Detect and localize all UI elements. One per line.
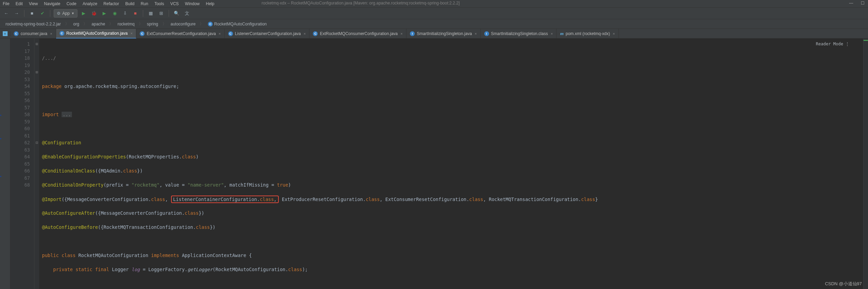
java-file-icon: I xyxy=(410,31,415,36)
editor-tabs: ≡ C consumer.java × C RocketMQAutoConfig… xyxy=(0,29,868,38)
window-title: rocketmq-xdx – RocketMQAutoConfiguration… xyxy=(262,1,460,5)
coverage-button[interactable]: ▶ xyxy=(100,9,108,18)
close-icon[interactable]: × xyxy=(130,31,133,35)
chevron-right-icon: 〉 xyxy=(109,21,113,27)
run-button[interactable]: ▶ xyxy=(80,9,88,18)
search-icon[interactable]: 🔍 xyxy=(172,9,181,18)
tab-listenercontainer[interactable]: C ListenerContainerConfiguration.java × xyxy=(225,29,310,38)
toolbar: ← → ■ ✔ ⚙ App ▼ ▶ 🐞 ▶ ◉ ⇩ ■ ▦ ⊞ 🔍 文 xyxy=(0,8,868,19)
more-icon[interactable]: ⋮ xyxy=(845,41,849,48)
run-config-selector[interactable]: ⚙ App ▼ xyxy=(54,9,77,18)
crumb-spring[interactable]: spring xyxy=(144,21,161,27)
chevron-right-icon: 〉 xyxy=(65,21,69,27)
close-icon[interactable]: × xyxy=(475,32,477,36)
java-file-icon: C xyxy=(14,31,19,36)
close-icon[interactable]: × xyxy=(219,32,221,36)
stop-icon[interactable]: ■ xyxy=(28,9,36,18)
java-file-icon: I xyxy=(484,31,489,36)
editor: 1 17 18 19 20 53 54 55 56 57 58 59 60 61… xyxy=(0,38,868,289)
menu-view[interactable]: View xyxy=(28,1,39,7)
translate-icon[interactable]: 文 xyxy=(183,9,191,18)
edit-config-icon[interactable]: ▦ xyxy=(147,9,155,18)
menu-refactor[interactable]: Refactor xyxy=(102,1,120,7)
window-maximize-icon[interactable]: ☐ xyxy=(859,0,866,6)
crumb-class[interactable]: C RocketMQAutoConfiguration xyxy=(205,21,269,27)
menu-vcs[interactable]: VCS xyxy=(169,1,180,7)
fold-icon[interactable]: ⊞ xyxy=(34,41,39,48)
menu-window[interactable]: Window xyxy=(183,1,201,7)
close-icon[interactable]: × xyxy=(551,32,553,36)
crumb-jar[interactable]: rocketmq-spring-boot-2.2.2.jar xyxy=(3,21,64,27)
fold-gutter: ⊞ ⊞ ⊟ xyxy=(34,38,39,289)
gear-icon: ⚙ xyxy=(57,11,61,16)
java-file-icon: C xyxy=(228,31,233,36)
profile-button[interactable]: ◉ xyxy=(110,9,119,18)
chevron-right-icon: 〉 xyxy=(200,21,204,27)
tab-label: ListenerContainerConfiguration.java xyxy=(235,31,301,36)
tab-rocketmqautoconfig[interactable]: C RocketMQAutoConfiguration.java × xyxy=(56,29,137,38)
back-button[interactable]: ← xyxy=(2,9,10,18)
menu-build[interactable]: Build xyxy=(124,1,136,7)
fold-minus-icon[interactable]: ⊟ xyxy=(34,139,39,146)
tab-label: SmartInitializingSingleton.java xyxy=(417,31,472,36)
crumb-autoconfigure[interactable]: autoconfigure xyxy=(168,21,199,27)
close-icon[interactable]: × xyxy=(304,32,306,36)
java-file-icon: C xyxy=(60,31,64,36)
line-gutter: 1 17 18 19 20 53 54 55 56 57 58 59 60 61… xyxy=(10,38,34,289)
java-file-icon: C xyxy=(140,31,145,36)
reader-mode-toggle[interactable]: Reader Mode ⋮ xyxy=(816,41,849,48)
tab-consumer[interactable]: C consumer.java × xyxy=(10,29,56,38)
debug-button[interactable]: 🐞 xyxy=(90,9,98,18)
tab-smartinit-java[interactable]: I SmartInitializingSingleton.java × xyxy=(406,29,481,38)
check-icon[interactable]: ✔ xyxy=(38,9,46,18)
menu-tools[interactable]: Tools xyxy=(153,1,166,7)
chevron-down-icon: ▼ xyxy=(71,12,74,15)
tab-label: ExtConsumerResetConfiguration.java xyxy=(147,31,216,36)
menu-run[interactable]: Run xyxy=(139,1,150,7)
stop-button[interactable]: ■ xyxy=(131,9,139,18)
menu-file[interactable]: File xyxy=(1,1,11,7)
java-file-icon: C xyxy=(313,31,318,36)
tab-pom[interactable]: m pom.xml (rocketmq-xdx) × xyxy=(557,29,618,38)
attach-button[interactable]: ⇩ xyxy=(121,9,129,18)
tab-label: pom.xml (rocketmq-xdx) xyxy=(566,31,610,36)
tab-label: ExtRocketMQConsumerConfiguration.java xyxy=(320,31,398,36)
close-icon[interactable]: × xyxy=(401,32,403,36)
tab-label: RocketMQAutoConfiguration.java xyxy=(66,31,128,36)
tab-smartinit-class[interactable]: I SmartInitializingSingleton.class × xyxy=(481,29,557,38)
close-icon[interactable]: × xyxy=(613,32,615,36)
menu-help[interactable]: Help xyxy=(204,1,216,7)
left-gutter-edge xyxy=(0,38,10,289)
tool-icon[interactable]: ⊞ xyxy=(157,9,165,18)
tab-label: SmartInitializingSingleton.class xyxy=(491,31,548,36)
forward-button[interactable]: → xyxy=(12,9,21,18)
code-area[interactable]: Reader Mode ⋮ /.../ package org.apache.r… xyxy=(39,38,863,289)
fold-icon[interactable]: ⊞ xyxy=(34,69,39,76)
tab-label: consumer.java xyxy=(21,31,47,36)
xml-file-icon: m xyxy=(560,31,563,36)
crumb-apache[interactable]: apache xyxy=(89,21,108,27)
structure-side-icon[interactable]: ≡ xyxy=(3,31,8,36)
breadcrumb: rocketmq-spring-boot-2.2.2.jar 〉 org 〉 a… xyxy=(0,19,868,29)
tab-extconsumerreset[interactable]: C ExtConsumerResetConfiguration.java × xyxy=(136,29,224,38)
chevron-right-icon: 〉 xyxy=(83,21,87,27)
class-icon: C xyxy=(208,22,213,26)
crumb-rocketmq[interactable]: rocketmq xyxy=(115,21,137,27)
watermark: CSDN @小道仙97 xyxy=(825,281,862,287)
chevron-right-icon: 〉 xyxy=(139,21,143,27)
scroll-mark xyxy=(864,40,868,41)
menu-edit[interactable]: Edit xyxy=(14,1,24,7)
scrollbar[interactable] xyxy=(863,38,868,289)
crumb-org[interactable]: org xyxy=(71,21,82,27)
window-minimize-icon[interactable]: — xyxy=(848,0,855,6)
highlighted-import: ListenerContainerConfiguration.class, xyxy=(171,196,279,203)
menu-navigate[interactable]: Navigate xyxy=(43,1,62,7)
run-config-label: App xyxy=(62,11,70,16)
tab-extrocketmqconsumer[interactable]: C ExtRocketMQConsumerConfiguration.java … xyxy=(309,29,406,38)
menu-code[interactable]: Code xyxy=(65,1,78,7)
chevron-right-icon: 〉 xyxy=(162,21,167,27)
menu-analyze[interactable]: Analyze xyxy=(81,1,99,7)
menu-bar: File Edit View Navigate Code Analyze Ref… xyxy=(0,0,868,8)
close-icon[interactable]: × xyxy=(50,32,52,36)
